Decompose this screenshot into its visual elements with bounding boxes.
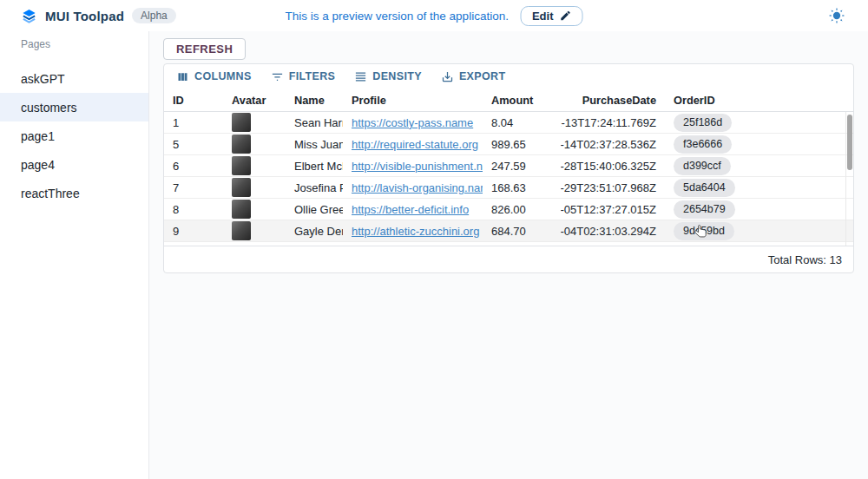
cell-name: Gayle Den… — [286, 225, 343, 238]
sidebar-item-label: page4 — [21, 158, 55, 172]
sidebar-item-reactthree[interactable]: reactThree — [0, 179, 148, 207]
sidebar-item-customers[interactable]: customers — [0, 93, 148, 121]
profile-link[interactable]: http://visible-punishment.net — [352, 160, 483, 173]
orderid-chip[interactable]: d399ccf — [674, 157, 731, 175]
edit-button-label: Edit — [532, 10, 554, 23]
app-title: MUI Toolpad — [45, 9, 124, 23]
sidebar-item-label: reactThree — [21, 187, 80, 200]
preview-message: This is a preview version of the applica… — [286, 10, 509, 23]
avatar — [232, 156, 251, 175]
orderid-chip[interactable]: 2654b79 — [674, 200, 735, 219]
profile-link[interactable]: http://required-statute.org — [352, 138, 478, 151]
profile-link[interactable]: https://costly-pass.name — [352, 116, 473, 129]
cell-amount: 684.70 — [483, 225, 561, 238]
sidebar-item-page4[interactable]: page4 — [0, 150, 148, 179]
avatar — [232, 178, 251, 197]
cell-avatar — [223, 221, 286, 240]
cell-amount: 826.00 — [483, 203, 561, 216]
orderid-chip[interactable]: 9dc59bd — [674, 222, 734, 240]
grid-toolbar: COLUMNS FILTERS DE — [164, 64, 853, 89]
cell-name: Sean Harris — [286, 116, 343, 129]
cell-orderid: 2654b79 — [665, 200, 756, 219]
grid-footer: Total Rows: 13 — [164, 246, 853, 272]
sidebar-item-label: customers — [21, 101, 77, 115]
column-header-id[interactable]: ID — [164, 94, 223, 107]
grid-header-row: ID Avatar Name Profile Amount PurchaseDa… — [164, 89, 853, 112]
cell-orderid: 25f186d — [665, 114, 756, 132]
main-content: REFRESH COLUMNS — [149, 31, 868, 479]
columns-button[interactable]: COLUMNS — [169, 68, 259, 86]
sidebar-item-label: askGPT — [21, 72, 65, 86]
edit-button[interactable]: Edit — [521, 6, 583, 26]
cell-purchasedate: 2086-09-05T12:37:27.015Z — [561, 203, 665, 216]
sidebar-nav-list: askGPT customers page1 page4 reactThree — [0, 64, 148, 207]
profile-link[interactable]: https://better-deficit.info — [352, 203, 469, 216]
pencil-icon — [559, 10, 571, 22]
sidebar-item-askgpt[interactable]: askGPT — [0, 64, 148, 93]
export-button[interactable]: EXPORT — [434, 68, 513, 86]
cell-orderid: d399ccf — [665, 157, 756, 175]
cell-avatar — [223, 178, 286, 197]
theme-toggle-sun-icon[interactable] — [828, 7, 845, 24]
density-button-label: DENSITY — [372, 70, 422, 82]
cell-profile: https://costly-pass.name — [343, 116, 483, 129]
total-rows-label: Total Rows: 13 — [768, 253, 842, 266]
cell-purchasedate: 2088-05-04T02:31:03.294Z — [561, 225, 665, 238]
cell-profile: https://better-deficit.info — [343, 203, 483, 216]
vertical-scrollbar-thumb[interactable] — [847, 115, 852, 170]
table-row[interactable]: 6 Elbert McL… http://visible-punishment.… — [164, 155, 853, 177]
column-header-amount[interactable]: Amount — [483, 94, 561, 107]
view-columns-icon — [176, 70, 189, 83]
cell-amount: 168.63 — [483, 181, 561, 194]
cell-purchasedate: 2014-01-14T02:37:28.536Z — [561, 138, 665, 151]
column-header-purchasedate[interactable]: PurchaseDate — [561, 94, 665, 107]
sidebar: Pages askGPT customers page1 page4 react… — [0, 31, 149, 479]
column-header-name[interactable]: Name — [286, 94, 343, 107]
cell-avatar — [223, 135, 286, 154]
column-header-profile[interactable]: Profile — [343, 94, 483, 107]
cell-id: 5 — [164, 138, 223, 151]
cell-id: 9 — [164, 225, 223, 238]
sidebar-section-label: Pages — [0, 35, 148, 49]
cell-orderid: 5da6404 — [665, 179, 756, 197]
filter-list-icon — [271, 70, 284, 83]
refresh-button[interactable]: REFRESH — [163, 38, 246, 60]
cell-id: 6 — [164, 160, 223, 173]
sidebar-item-page1[interactable]: page1 — [0, 121, 148, 150]
vertical-scrollbar-track[interactable] — [845, 112, 853, 246]
cell-profile: http://visible-punishment.net — [343, 160, 483, 173]
cell-name: Ollie Green… — [286, 203, 343, 216]
cell-name: Miss Juan … — [286, 138, 343, 151]
orderid-chip[interactable]: 5da6404 — [674, 179, 735, 197]
table-row[interactable]: 8 Ollie Green… https://better-deficit.in… — [164, 199, 853, 220]
table-row[interactable]: 7 Josefina P… http://lavish-organising.n… — [164, 177, 853, 199]
table-row[interactable]: 5 Miss Juan … http://required-statute.or… — [164, 134, 853, 155]
cell-purchasedate: 2045-01-28T15:40:06.325Z — [561, 160, 665, 173]
column-header-avatar[interactable]: Avatar — [223, 94, 286, 107]
toolpad-logo-icon — [21, 8, 37, 24]
columns-button-label: COLUMNS — [194, 70, 252, 82]
cell-purchasedate: 2076-03-29T23:51:07.968Z — [561, 181, 665, 194]
cell-avatar — [223, 156, 286, 175]
profile-link[interactable]: http://lavish-organising.name — [352, 181, 483, 194]
cell-id: 7 — [164, 181, 223, 194]
grid-rows-area: 1 Sean Harris https://costly-pass.name 8… — [164, 112, 853, 246]
table-row[interactable]: 1 Sean Harris https://costly-pass.name 8… — [164, 112, 853, 134]
cell-id: 8 — [164, 203, 223, 216]
export-button-label: EXPORT — [459, 70, 506, 82]
cell-orderid: f3e6666 — [665, 135, 756, 154]
filters-button[interactable]: FILTERS — [264, 68, 343, 86]
column-header-orderid[interactable]: OrderID — [665, 94, 756, 107]
table-row[interactable]: 9 Gayle Den… http://athletic-zucchini.or… — [164, 220, 853, 242]
orderid-chip[interactable]: 25f186d — [674, 114, 732, 132]
cell-name: Josefina P… — [286, 181, 343, 194]
profile-link[interactable]: http://athletic-zucchini.org — [352, 225, 479, 238]
cell-orderid: 9dc59bd — [665, 222, 756, 240]
cell-amount: 247.59 — [483, 160, 561, 173]
orderid-chip[interactable]: f3e6666 — [674, 135, 732, 154]
sidebar-item-label: page1 — [21, 129, 55, 143]
density-button[interactable]: DENSITY — [347, 68, 429, 86]
cell-id: 1 — [164, 116, 223, 129]
cell-avatar — [223, 113, 286, 132]
avatar — [232, 113, 251, 132]
